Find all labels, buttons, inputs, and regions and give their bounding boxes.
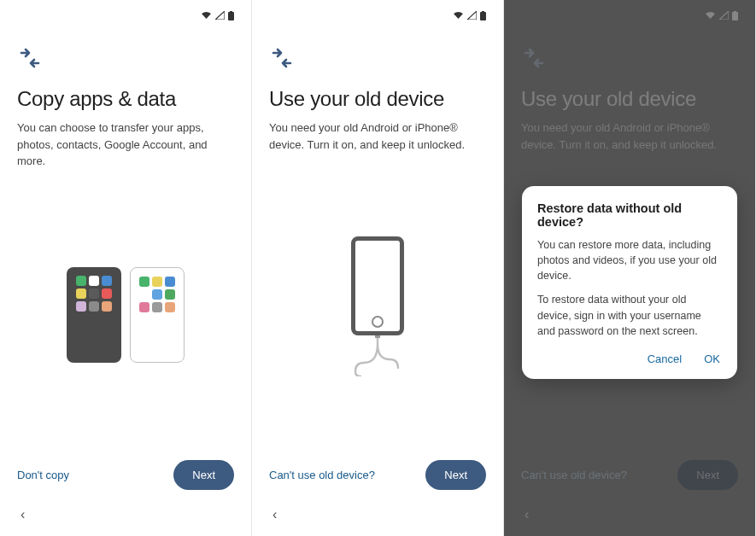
battery-icon [228,11,234,22]
app-icon [76,276,86,286]
setup-screen-use-old-device-dialog: Use your old device You need your old An… [504,0,756,536]
dialog-title: Restore data without old device? [537,201,722,229]
svg-rect-0 [228,12,234,20]
signal-icon [467,11,477,21]
app-icon [139,289,149,300]
illustration-old-phone [67,267,121,363]
app-icon [102,301,112,312]
wifi-icon [201,11,212,21]
wifi-icon [453,11,464,21]
next-button[interactable]: Next [173,460,234,490]
app-icon [152,302,162,312]
app-icon [165,277,175,287]
illustration-new-phone [130,267,185,363]
cancel-button[interactable]: Cancel [646,347,683,370]
chevron-left-icon[interactable]: ‹ [17,505,34,524]
app-icon [89,276,99,286]
transfer-arrows-icon [269,48,486,72]
status-bar [17,9,234,24]
app-icon [165,289,175,300]
app-icon [89,301,99,312]
dialog-body-2: To restore data without your old device,… [537,292,722,338]
page-subtitle: You can choose to transfer your apps, ph… [17,119,234,170]
illustration-cable [352,334,403,376]
app-icon [102,288,112,299]
setup-screen-use-old-device: Use your old device You need your old An… [252,0,504,536]
page-subtitle: You need your old Android or iPhone® dev… [269,119,486,153]
status-bar [269,9,486,24]
app-icon [89,288,99,299]
svg-rect-3 [482,11,484,13]
page-title: Copy apps & data [17,87,234,111]
app-icon [165,302,175,312]
app-icon [76,301,86,312]
app-icon [139,277,149,287]
app-icon [102,276,112,286]
app-icon [76,288,86,299]
dialog-body-1: You can restore more data, including pho… [537,237,722,283]
next-button[interactable]: Next [425,460,486,490]
app-icon [152,277,162,287]
ok-button[interactable]: OK [702,347,722,370]
restore-data-dialog: Restore data without old device? You can… [522,186,737,379]
app-icon [152,289,162,300]
illustration-two-phones [17,187,234,444]
setup-screen-copy-data: Copy apps & data You can choose to trans… [0,0,252,536]
transfer-arrows-icon [17,48,234,72]
dont-copy-button[interactable]: Don't copy [17,469,69,481]
cant-use-old-device-button[interactable]: Can't use old device? [269,469,375,481]
illustration-phone-cable [269,170,486,443]
illustration-phone [351,236,404,335]
page-title: Use your old device [269,87,486,111]
signal-icon [215,11,225,21]
chevron-left-icon[interactable]: ‹ [269,505,286,524]
app-icon [139,302,149,312]
battery-icon [480,11,486,22]
modal-overlay[interactable]: Restore data without old device? You can… [504,0,755,536]
svg-rect-2 [480,12,486,20]
svg-rect-1 [230,11,232,13]
